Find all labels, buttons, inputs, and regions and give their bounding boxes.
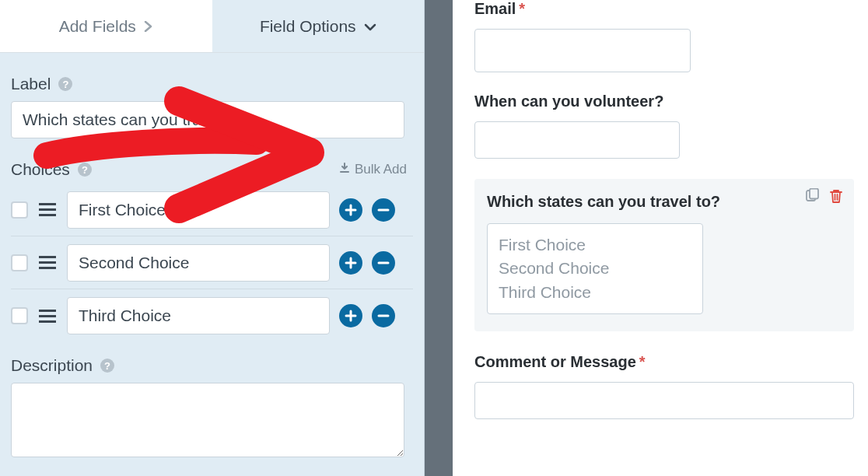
drag-handle-icon[interactable] bbox=[37, 256, 58, 269]
tab-field-options-label: Field Options bbox=[260, 17, 356, 36]
download-icon bbox=[339, 162, 350, 177]
bulk-add-label: Bulk Add bbox=[355, 162, 407, 177]
required-asterisk: * bbox=[639, 353, 646, 371]
help-icon[interactable]: ? bbox=[58, 77, 72, 91]
field-states-selected[interactable]: Which states can you travel to? First Ch… bbox=[474, 179, 854, 331]
help-icon[interactable]: ? bbox=[78, 163, 92, 177]
choice-row bbox=[11, 184, 413, 236]
options-panel: Add Fields Field Options Label ? Choices bbox=[0, 0, 425, 476]
add-choice-button[interactable] bbox=[339, 304, 362, 327]
choice-row bbox=[11, 289, 413, 342]
tab-field-options[interactable]: Field Options bbox=[212, 0, 425, 52]
volunteer-label: When can you volunteer? bbox=[474, 93, 663, 110]
form-preview: Email * When can you volunteer? Which st bbox=[453, 0, 868, 476]
label-title: Label bbox=[11, 75, 51, 93]
description-row: Description ? bbox=[11, 356, 413, 375]
description-title: Description bbox=[11, 356, 93, 375]
field-toolbar bbox=[804, 188, 843, 207]
choices-title: Choices bbox=[11, 160, 70, 179]
remove-choice-button[interactable] bbox=[372, 304, 395, 327]
field-volunteer: When can you volunteer? bbox=[474, 93, 854, 159]
email-input[interactable] bbox=[474, 29, 691, 72]
app-root: Add Fields Field Options Label ? Choices bbox=[0, 0, 868, 476]
multiselect-option[interactable]: Third Choice bbox=[499, 281, 691, 304]
drag-handle-icon[interactable] bbox=[37, 203, 58, 216]
field-comment: Comment or Message * bbox=[474, 353, 854, 419]
field-email: Email * bbox=[474, 0, 854, 72]
bulk-add-button[interactable]: Bulk Add bbox=[339, 162, 407, 177]
tab-add-fields[interactable]: Add Fields bbox=[0, 0, 212, 52]
comment-input[interactable] bbox=[474, 382, 854, 419]
trash-icon[interactable] bbox=[829, 188, 843, 207]
tab-add-fields-label: Add Fields bbox=[59, 17, 136, 36]
description-textarea[interactable] bbox=[11, 383, 404, 457]
multiselect-option[interactable]: First Choice bbox=[499, 233, 691, 257]
duplicate-icon[interactable] bbox=[804, 188, 820, 207]
chevron-down-icon bbox=[364, 17, 376, 36]
panel-tabs: Add Fields Field Options bbox=[0, 0, 424, 53]
states-label: Which states can you travel to? bbox=[487, 193, 720, 211]
email-label: Email bbox=[474, 0, 516, 18]
label-input[interactable] bbox=[11, 101, 404, 138]
remove-choice-button[interactable] bbox=[372, 198, 395, 222]
choice-input[interactable] bbox=[67, 191, 330, 229]
drag-handle-icon[interactable] bbox=[37, 310, 58, 323]
label-row: Label ? bbox=[11, 75, 413, 93]
remove-choice-button[interactable] bbox=[372, 251, 395, 275]
required-asterisk: * bbox=[519, 0, 525, 18]
chevron-right-icon bbox=[144, 17, 153, 36]
volunteer-input[interactable] bbox=[474, 121, 680, 159]
choice-default-checkbox[interactable] bbox=[11, 254, 28, 271]
help-icon[interactable]: ? bbox=[100, 359, 114, 373]
choices-header: Choices ? Bulk Add bbox=[11, 160, 413, 179]
choice-default-checkbox[interactable] bbox=[11, 307, 28, 324]
choice-input[interactable] bbox=[67, 244, 330, 282]
choice-input[interactable] bbox=[67, 297, 330, 334]
comment-label: Comment or Message bbox=[474, 353, 636, 371]
multiselect-option[interactable]: Second Choice bbox=[499, 257, 691, 280]
sidebar-body: Label ? Choices ? Bulk Add Description ? bbox=[0, 53, 424, 471]
choice-row bbox=[11, 236, 413, 289]
panel-divider bbox=[425, 0, 453, 476]
states-multiselect[interactable]: First ChoiceSecond ChoiceThird Choice bbox=[487, 223, 703, 314]
add-choice-button[interactable] bbox=[339, 198, 362, 222]
add-choice-button[interactable] bbox=[339, 251, 362, 275]
svg-rect-1 bbox=[810, 189, 818, 199]
choice-default-checkbox[interactable] bbox=[11, 201, 28, 219]
